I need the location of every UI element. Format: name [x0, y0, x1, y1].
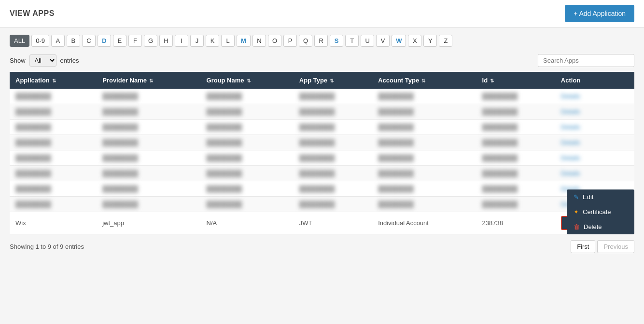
alpha-btn-d[interactable]: D	[98, 35, 111, 47]
table-row: ████████████████████████████████████████…	[10, 166, 634, 181]
cell-group_name: ████████	[201, 166, 294, 181]
alpha-btn-y[interactable]: Y	[423, 35, 437, 47]
col-header-provider_name[interactable]: Provider Name⇅	[97, 72, 200, 89]
delete-label: Delete	[584, 223, 602, 230]
sort-icon-provider_name: ⇅	[149, 78, 153, 83]
cell-provider_name: ████████	[97, 104, 200, 120]
entries-select[interactable]: All102550100	[29, 54, 56, 67]
page-title: VIEW APPS	[10, 9, 55, 18]
cell-application: ████████	[10, 135, 97, 150]
alpha-btn-w[interactable]: W	[392, 35, 406, 47]
alpha-btn-l[interactable]: L	[221, 35, 235, 47]
alpha-btn-v[interactable]: V	[376, 35, 390, 47]
cell-group_name: ████████	[201, 150, 294, 166]
cell-account_type: ████████	[372, 181, 476, 197]
alpha-btn-f[interactable]: F	[128, 35, 142, 47]
alpha-btn-a[interactable]: A	[51, 35, 65, 47]
cell-action[interactable]: Details	[555, 89, 634, 104]
cell-app_type: ████████	[294, 104, 372, 120]
alpha-btn-g[interactable]: G	[144, 35, 157, 47]
edit-label: Edit	[583, 193, 593, 201]
alpha-filter: ALL0-9ABCDEFGHIJKLMNOPQRSTUVWXYZ	[10, 35, 634, 47]
cell-application: ████████	[10, 181, 97, 197]
cell-account_type: ████████	[372, 197, 476, 212]
delete-option[interactable]: 🗑 Delete	[567, 219, 634, 234]
alpha-btn-j[interactable]: J	[190, 35, 204, 47]
alpha-btn-x[interactable]: X	[408, 35, 421, 47]
alpha-btn-e[interactable]: E	[113, 35, 126, 47]
table-controls: Show All102550100 entries	[10, 54, 634, 67]
cell-group_name: ████████	[201, 89, 294, 104]
alpha-btn-c[interactable]: C	[82, 35, 96, 47]
col-header-application[interactable]: Application⇅	[10, 72, 97, 89]
cell-id: ████████	[476, 104, 555, 120]
cell-account_type: ████████	[372, 166, 476, 181]
sort-icon-application: ⇅	[52, 78, 56, 83]
alpha-btn-p[interactable]: P	[283, 35, 297, 47]
pagination: First Previous	[571, 240, 634, 253]
cell-action[interactable]: Details	[555, 166, 634, 181]
cell-provider_name: ████████	[97, 89, 200, 104]
alpha-btn-r[interactable]: R	[314, 35, 328, 47]
alpha-btn-b[interactable]: B	[67, 35, 80, 47]
alpha-btn-all[interactable]: ALL	[10, 35, 29, 47]
show-entries-control: Show All102550100 entries	[10, 54, 79, 67]
apps-table: Application⇅Provider Name⇅Group Name⇅App…	[10, 72, 634, 234]
cell-action[interactable]: Details	[555, 150, 634, 166]
cell-provider_name: ████████	[97, 150, 200, 166]
cell-provider_name: ████████	[97, 181, 200, 197]
alpha-btn-s[interactable]: S	[330, 35, 343, 47]
col-header-app_type[interactable]: App Type⇅	[294, 72, 372, 89]
alpha-btn-u[interactable]: U	[361, 35, 374, 47]
cell-account_type: ████████	[372, 150, 476, 166]
col-header-account_type[interactable]: Account Type⇅	[372, 72, 476, 89]
alpha-btn-n[interactable]: N	[252, 35, 266, 47]
alpha-btn-m[interactable]: M	[237, 35, 251, 47]
cell-id: ████████	[476, 89, 555, 104]
entries-label: entries	[60, 57, 79, 64]
edit-option[interactable]: ✎ Edit	[567, 189, 634, 204]
alpha-btn-0-9[interactable]: 0-9	[31, 35, 49, 47]
sort-icon-app_type: ⇅	[330, 78, 334, 83]
certificate-option[interactable]: ✦ Certificate	[567, 204, 634, 219]
cell-action[interactable]: Details	[555, 120, 634, 135]
alpha-btn-t[interactable]: T	[345, 35, 359, 47]
sort-icon-group_name: ⇅	[247, 78, 251, 83]
col-header-action[interactable]: Action	[555, 72, 634, 89]
first-page-button[interactable]: First	[571, 240, 595, 253]
cell-application: ████████	[10, 89, 97, 104]
cell-provider_name: ████████	[97, 166, 200, 181]
cell-group_name: ████████	[201, 197, 294, 212]
add-application-button[interactable]: + Add Application	[565, 5, 634, 22]
cell-application: ████████	[10, 120, 97, 135]
cell-group_name: ████████	[201, 135, 294, 150]
col-header-id[interactable]: Id⇅	[476, 72, 555, 89]
cell-account_type: ████████	[372, 89, 476, 104]
col-header-group_name[interactable]: Group Name⇅	[201, 72, 294, 89]
cell-action[interactable]: Details	[555, 104, 634, 120]
alpha-btn-k[interactable]: K	[206, 35, 219, 47]
cell-action[interactable]: Details	[555, 135, 634, 150]
cell-provider_name: jwt_app	[97, 212, 200, 234]
cell-application: ████████	[10, 104, 97, 120]
alpha-btn-z[interactable]: Z	[439, 35, 452, 47]
cell-account_type: Individual Account	[372, 212, 476, 234]
cell-group_name: ████████	[201, 181, 294, 197]
cell-app_type: ████████	[294, 181, 372, 197]
alpha-btn-h[interactable]: H	[159, 35, 173, 47]
alpha-btn-i[interactable]: I	[175, 35, 188, 47]
cell-application: ████████	[10, 150, 97, 166]
cell-account_type: ████████	[372, 104, 476, 120]
cell-app_type: ████████	[294, 89, 372, 104]
table-row: ████████████████████████████████████████…	[10, 181, 634, 197]
alpha-btn-o[interactable]: O	[268, 35, 281, 47]
certificate-icon: ✦	[574, 208, 579, 216]
cell-application: ████████	[10, 197, 97, 212]
action-dropdown: ✎ Edit ✦ Certificate 🗑 Delete	[567, 189, 634, 234]
alpha-btn-q[interactable]: Q	[299, 35, 312, 47]
sort-icon-id: ⇅	[490, 78, 494, 83]
search-input[interactable]	[538, 54, 634, 67]
prev-page-button[interactable]: Previous	[597, 240, 634, 253]
cell-application: ████████	[10, 166, 97, 181]
cell-account_type: ████████	[372, 135, 476, 150]
